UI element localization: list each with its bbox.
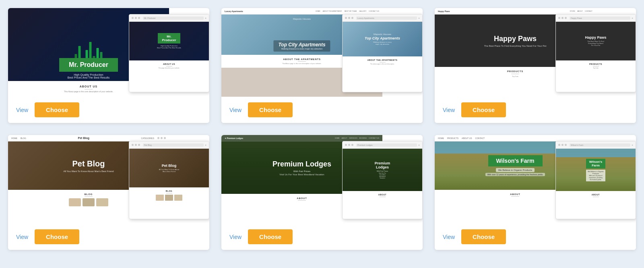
mobile-overlay-luxury: Luxury Apartments ✕ Majestic Houses Top … [342, 14, 423, 92]
card-footer-happy-paws: View Choose [435, 97, 636, 123]
mobile-about-luxury: ABOUT THE APARTMENTS The about page is t… [343, 56, 422, 67]
view-link-pet-blog[interactable]: View [16, 234, 28, 240]
mobile-hero-farm: Wilson'sFarm We Believe in OrganicProduc… [556, 149, 636, 191]
view-link-mr-producer[interactable]: View [16, 107, 28, 113]
nav-happy-paws: Happy Paws STORE ABOUT CONTACT [435, 8, 596, 15]
view-link-farm[interactable]: View [443, 234, 455, 240]
template-card-wilsons-farm: HOME PRODUCTS ABOUT US CONTACT Wilson's … [435, 135, 636, 250]
mobile-hero-happy-paws: Happy Paws The Best Place To FindEveryth… [556, 22, 636, 60]
card-preview-luxury-apartments: Luxury Apartments HOME ABOUT THE APARTME… [221, 8, 423, 97]
choose-button-lodges[interactable]: Choose [248, 229, 293, 244]
card-preview-wilsons-farm: HOME PRODUCTS ABOUT US CONTACT Wilson's … [435, 135, 636, 224]
mobile-overlay-mr-producer: Mr. Producer ✕ Mr.Producer High Quality … [129, 14, 209, 92]
card-footer-farm: View Choose [435, 224, 636, 250]
mobile-hero-luxury: Majestic Houses Top City Apartments Walk… [343, 22, 422, 56]
view-link-luxury[interactable]: View [229, 107, 242, 113]
nav-pet-blog: HOME BLOG Pet Blog CATEGORIES [8, 135, 169, 141]
view-link-happy-paws[interactable]: View [443, 107, 455, 113]
mobile-section-farm: ABOUT [556, 191, 636, 200]
mobile-overlay-lodges: Premium Lodges ✕ PremiumLodges With Fair… [342, 141, 423, 219]
nav-farm: HOME PRODUCTS ABOUT US CONTACT [435, 135, 596, 141]
nav-lodges: ✦ Premium Lodges HOME ABOUT SERVICES BOO… [221, 135, 382, 141]
card-footer-lodges: View Choose [221, 224, 423, 250]
mobile-header: Mr. Producer ✕ [129, 15, 209, 22]
main-hero-title: Mr. Producer [59, 58, 118, 72]
mobile-about-mr-producer: ABOUT US This page describes your websit… [129, 60, 209, 71]
main-hero-sub2: Best Prices And The Best Results [59, 76, 118, 79]
choose-button-pet-blog[interactable]: Choose [35, 229, 79, 244]
choose-button-mr-producer[interactable]: Choose [35, 102, 79, 117]
template-card-happy-paws: Happy Paws STORE ABOUT CONTACT Happy Paw… [435, 8, 636, 123]
mobile-section-happy-paws: PRODUCTS Toy Cats [556, 60, 636, 71]
mobile-overlay-happy-paws: Happy Paws ✕ Happy Paws The Best Place T… [555, 14, 636, 92]
choose-button-happy-paws[interactable]: Choose [461, 102, 506, 117]
template-card-pet-blog: HOME BLOG Pet Blog CATEGORIES Pet Blog A… [8, 135, 209, 250]
card-footer-mr-producer: View Choose [8, 97, 209, 123]
card-footer-luxury: View Choose [221, 97, 423, 123]
view-link-lodges[interactable]: View [229, 234, 242, 240]
main-hero-sub1: High Quality Production [59, 73, 118, 76]
card-preview-mr-producer: Mr. Producer High Quality Production Bes… [8, 8, 209, 97]
mobile-section-lodges: ABOUT [343, 191, 422, 200]
template-grid: Mr. Producer High Quality Production Bes… [8, 8, 636, 250]
mobile-hero-mr-producer: Mr.Producer High Quality ProductionBest … [129, 22, 209, 60]
mobile-hero-pet-blog: Pet Blog All You Want To Know AboutMan's… [129, 149, 209, 187]
template-card-mr-producer: Mr. Producer High Quality Production Bes… [8, 8, 209, 123]
card-preview-happy-paws: Happy Paws STORE ABOUT CONTACT Happy Paw… [435, 8, 636, 97]
nav-luxury: Luxury Apartments HOME ABOUT THE APARTME… [221, 8, 382, 15]
mobile-header-luxury: Luxury Apartments ✕ [343, 15, 422, 22]
card-footer-pet-blog: View Choose [8, 224, 209, 250]
mobile-section-pet-blog: BLOG [129, 187, 209, 203]
mobile-header-happy-paws: Happy Paws ✕ [556, 15, 636, 22]
template-card-luxury-apartments: Luxury Apartments HOME ABOUT THE APARTME… [221, 8, 423, 123]
choose-button-farm[interactable]: Choose [461, 229, 506, 244]
mobile-header-pet-blog: Pet Blog ✕ [129, 141, 209, 149]
mobile-overlay-farm: Wilson's Farm ✕ Wilson'sFarm We Believe … [555, 141, 636, 219]
mobile-hero-lodges: PremiumLodges With Fair Prices Visit Us … [343, 149, 422, 191]
template-card-premium-lodges: ✦ Premium Lodges HOME ABOUT SERVICES BOO… [221, 135, 423, 250]
card-preview-premium-lodges: ✦ Premium Lodges HOME ABOUT SERVICES BOO… [221, 135, 423, 224]
mobile-header-farm: Wilson's Farm ✕ [556, 141, 636, 149]
card-preview-pet-blog: HOME BLOG Pet Blog CATEGORIES Pet Blog A… [8, 135, 209, 224]
choose-button-luxury[interactable]: Choose [248, 102, 293, 117]
mobile-header-lodges: Premium Lodges ✕ [343, 141, 422, 149]
mobile-overlay-pet-blog: Pet Blog ✕ Pet Blog All You Want To Know… [129, 141, 209, 219]
